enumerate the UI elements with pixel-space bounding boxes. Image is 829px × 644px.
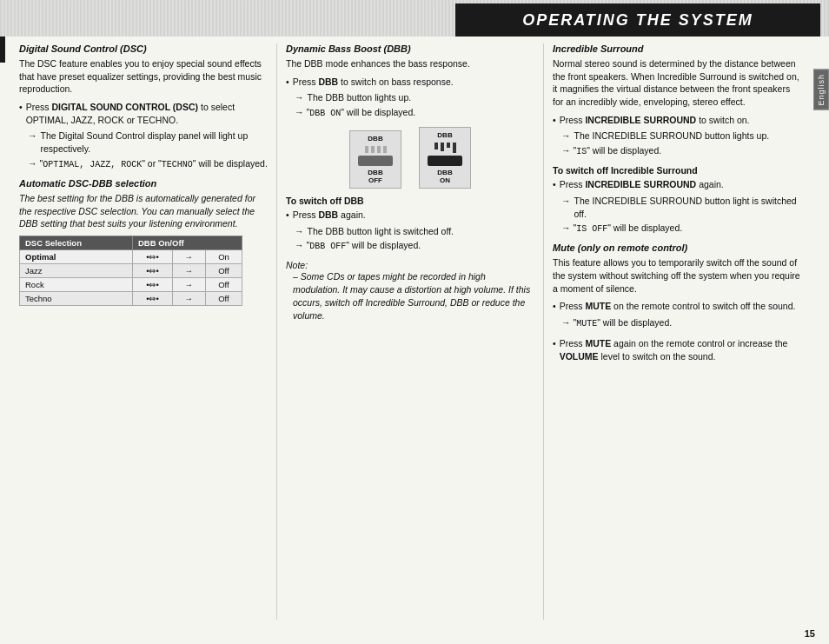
dbb-on-indicators	[434, 143, 456, 153]
dbb-on-box: DBB DBBON	[419, 127, 471, 189]
main-content: Digital Sound Control (DSC) The DSC feat…	[9, 37, 810, 627]
mute-bullet-2: • Press MUTE again on the remote control…	[553, 337, 801, 362]
dbb-indicator-active	[453, 143, 456, 153]
switch-dbb-arrow-1: → The DBB button light is switched off.	[295, 225, 534, 238]
dbb-off-label: DBBOFF	[368, 169, 382, 184]
note-text: – Some CDs or tapes might be recorded in…	[293, 270, 534, 322]
col-dbb: Dynamic Bass Boost (DBB) The DBB mode en…	[277, 37, 543, 627]
table-header-dbb: DBB On/Off	[132, 236, 242, 249]
table-header-dsc: DSC Selection	[20, 236, 133, 249]
switch-off-dbb-title: To switch off DBB	[286, 196, 534, 206]
dbb-indicator	[383, 146, 387, 153]
dsc-table: DSC Selection DBB On/Off Optimal •⇔• → O…	[19, 236, 242, 306]
dsc-arrow-2: → "OPTIMAL, JAZZ, ROCK" or "TECHNO" will…	[28, 157, 268, 171]
dsc-title: Digital Sound Control (DSC)	[19, 43, 268, 54]
bullet-dot: •	[19, 101, 23, 126]
switch-dbb-arrow-2: → "DBB OFF" will be displayed.	[295, 239, 534, 253]
table-row: Optimal •⇔• → On	[20, 249, 242, 263]
is-off-bullet-1: • Press INCREDIBLE SURROUND again.	[553, 178, 801, 191]
dbb-diagram: DBB DBBOFF DBB	[286, 127, 534, 189]
dsc-body: The DSC feature enables you to enjoy spe…	[19, 57, 268, 96]
is-title: Incredible Surround	[553, 43, 801, 54]
dbb-indicator	[377, 146, 381, 153]
dbb-bullet-1-text: Press DBB to switch on bass response.	[293, 76, 454, 89]
left-accent	[0, 37, 5, 63]
dbb-indicator-active	[434, 143, 438, 149]
english-tab: English	[813, 70, 829, 110]
dbb-arrow-2: → "DBB ON" will be displayed.	[295, 106, 534, 120]
dbb-title: Dynamic Bass Boost (DBB)	[286, 43, 534, 54]
is-bullet-1: • Press INCREDIBLE SURROUND to switch on…	[553, 114, 801, 127]
dsc-bullet-1-text: Press DIGITAL SOUND CONTROL (DSC) to sel…	[26, 101, 268, 126]
dbb-arrow-1: → The DBB button lights up.	[295, 91, 534, 104]
dbb-on-button	[428, 156, 462, 166]
dbb-off-top-label: DBB	[368, 135, 382, 143]
bullet-dot-2: •	[286, 76, 289, 89]
dbb-on-top-label: DBB	[437, 131, 452, 139]
is-off-arrow-2: → "IS OFF" will be displayed.	[561, 222, 801, 236]
note-block: Note: – Some CDs or tapes might be recor…	[286, 260, 534, 322]
mute-body: This feature allows you to temporarily s…	[553, 256, 801, 295]
page-number: 15	[805, 628, 815, 639]
dbb-off-box: DBB DBBOFF	[349, 130, 401, 189]
dbb-indicator	[365, 146, 368, 153]
dbb-on-label: DBBON	[437, 169, 452, 184]
mute-title: Mute (only on remote control)	[553, 242, 801, 253]
dsc-arrow-1: → The Digital Sound Control display pane…	[28, 129, 268, 155]
col-dsc: Digital Sound Control (DSC) The DSC feat…	[9, 37, 276, 627]
dbb-off-button	[358, 156, 393, 166]
note-label: Note:	[286, 260, 534, 270]
col-is: Incredible Surround Normal stereo sound …	[544, 37, 810, 627]
dbb-off-indicators	[365, 146, 387, 153]
is-off-title: To switch off Incredible Surround	[553, 165, 801, 176]
table-row: Jazz •⇔• → Off	[20, 263, 242, 277]
dbb-indicator	[371, 146, 375, 153]
mute-bullet-1: • Press MUTE on the remote control to sw…	[553, 300, 801, 313]
table-row: Techno •⇔• → Off	[20, 291, 242, 305]
dbb-indicator-active	[441, 143, 444, 151]
is-arrow-2: → "IS" will be displayed.	[561, 144, 801, 158]
is-arrow-1: → The INCREDIBLE SURROUND button lights …	[561, 129, 801, 143]
dbb-body: The DBB mode enhances the bass response.	[286, 57, 534, 70]
dsc-bullet-1: • Press DIGITAL SOUND CONTROL (DSC) to s…	[19, 101, 268, 126]
is-body: Normal stereo sound is determined by the…	[553, 57, 801, 109]
table-row: Rock •⇔• → Off	[20, 277, 242, 291]
dbb-indicator-active	[447, 143, 450, 148]
is-off-arrow-1: → The INCREDIBLE SURROUND button light i…	[561, 195, 801, 220]
mute-arrow-1: → "MUTE" will be displayed.	[561, 316, 801, 330]
header-title-bar: OPERATING THE SYSTEM	[455, 3, 820, 37]
switch-dbb-bullet-1: • Press DBB again.	[286, 209, 534, 222]
page-title: OPERATING THE SYSTEM	[522, 11, 753, 30]
dbb-bullet-1: • Press DBB to switch on bass response.	[286, 76, 534, 89]
header: OPERATING THE SYSTEM	[0, 0, 829, 37]
auto-dsc-title: Automatic DSC-DBB selection	[19, 178, 268, 189]
auto-dsc-body: The best setting for the DBB is automati…	[19, 192, 268, 230]
